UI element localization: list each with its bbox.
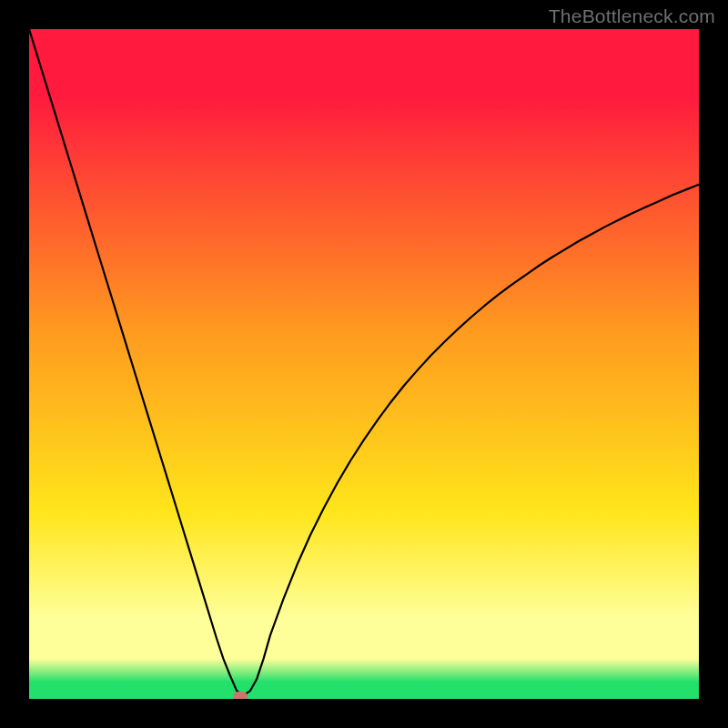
plot-area xyxy=(29,29,699,699)
chart-frame: TheBottleneck.com xyxy=(0,0,728,728)
watermark-text: TheBottleneck.com xyxy=(549,5,715,27)
minimum-marker xyxy=(233,692,248,699)
bottleneck-curve xyxy=(29,29,699,699)
